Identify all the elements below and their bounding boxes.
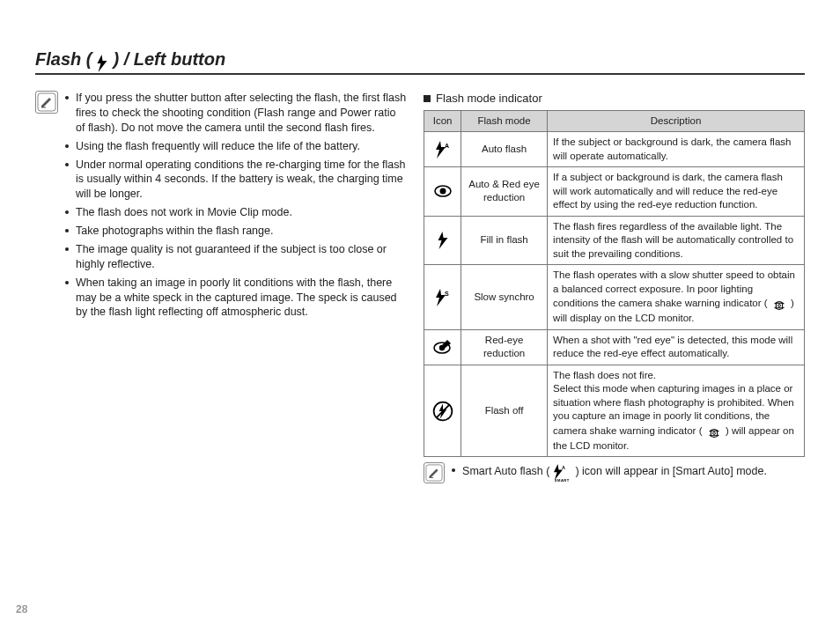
flash-icon <box>95 50 109 74</box>
desc-cell: The flash operates with a slow shutter s… <box>548 265 805 330</box>
table-row: Auto flash If the subject or background … <box>424 132 805 167</box>
pencil-note-icon <box>35 91 58 114</box>
title-underline: Flash ( ) / Left button <box>35 48 805 75</box>
table-row: Fill in flash The flash fires regardless… <box>424 216 805 265</box>
red-eye-reduction-icon <box>424 329 461 365</box>
note-item: Take photographs within the flash range. <box>65 224 408 239</box>
mode-cell: Fill in flash <box>461 216 548 265</box>
camera-shake-icon <box>705 427 726 438</box>
desc-cell: If a subject or background is dark, the … <box>548 167 805 217</box>
desc-cell: When a shot with "red eye" is detected, … <box>548 329 805 365</box>
note-item: Under normal operating conditions the re… <box>65 158 408 203</box>
footnote: Smart Auto flash ( ) icon will appear in… <box>424 462 805 485</box>
table-row: Red-eye reduction When a shot with "red … <box>424 329 805 365</box>
note-item: The image quality is not guaranteed if t… <box>65 242 408 272</box>
desc-cell: If the subject or background is dark, th… <box>548 132 805 167</box>
mode-cell: Red-eye reduction <box>461 329 548 365</box>
table-header-row: Icon Flash mode Description <box>424 110 805 132</box>
page-number: 28 <box>16 602 27 616</box>
header-icon: Icon <box>424 110 461 132</box>
note-item: Using the flash frequently will reduce t… <box>65 139 408 154</box>
flash-icon <box>424 216 461 265</box>
title-text-pre: Flash ( <box>35 48 92 71</box>
mode-cell: Flash off <box>461 365 548 457</box>
note-item: When taking an image in poorly lit condi… <box>65 276 408 321</box>
notes-list: If you press the shutter button after se… <box>65 91 408 323</box>
camera-shake-icon <box>770 299 791 310</box>
title-text-post: ) / Left button <box>113 48 225 71</box>
mode-cell: Slow synchro <box>461 265 548 330</box>
manual-page: Flash ( ) / Left button If you press the… <box>0 0 840 634</box>
note-item: The flash does not work in Movie Clip mo… <box>65 205 408 220</box>
flash-auto-icon <box>424 132 461 167</box>
mode-cell: Auto flash <box>461 132 548 167</box>
flash-off-icon <box>424 365 461 457</box>
notes-column: If you press the shutter button after se… <box>35 91 408 323</box>
table-row: Flash off The flash does not fire. Selec… <box>424 365 805 457</box>
desc-cell: The flash does not fire. Select this mod… <box>548 365 805 457</box>
footnote-list: Smart Auto flash ( ) icon will appear in… <box>452 462 767 485</box>
pencil-note-icon <box>424 462 445 483</box>
table-row: Auto & Red eye reduction If a subject or… <box>424 167 805 217</box>
table-row: Slow synchro The flash operates with a s… <box>424 265 805 330</box>
smart-auto-flash-icon <box>553 468 575 480</box>
flash-mode-table: Icon Flash mode Description Auto flash I… <box>424 110 805 458</box>
square-bullet-icon <box>424 95 431 102</box>
mode-cell: Auto & Red eye reduction <box>461 167 548 217</box>
slow-synchro-icon <box>424 265 461 330</box>
header-mode: Flash mode <box>461 110 548 132</box>
footnote-item: Smart Auto flash ( ) icon will appear in… <box>452 462 767 482</box>
header-desc: Description <box>548 110 805 132</box>
note-item: If you press the shutter button after se… <box>65 91 408 136</box>
indicator-heading: Flash mode indicator <box>424 91 805 107</box>
desc-cell: The flash fires regardless of the availa… <box>548 216 805 265</box>
page-title: Flash ( ) / Left button <box>35 48 805 71</box>
red-eye-icon <box>424 167 461 217</box>
indicator-column: Flash mode indicator Icon Flash mode Des… <box>424 91 805 485</box>
